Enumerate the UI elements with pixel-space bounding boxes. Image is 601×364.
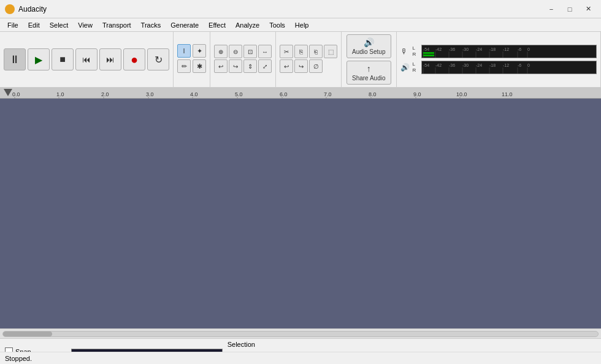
svg-text:-24: -24 xyxy=(476,63,482,67)
zoom-default-button[interactable]: ⤢ xyxy=(258,59,272,73)
svg-text:-30: -30 xyxy=(462,47,469,51)
menu-tools[interactable]: Tools xyxy=(264,20,290,30)
app-icon xyxy=(5,4,15,14)
svg-text:11.0: 11.0 xyxy=(502,91,513,97)
tools-toolbar: I ✦ ✏ ✱ xyxy=(174,32,210,87)
svg-text:10.0: 10.0 xyxy=(456,91,467,97)
svg-text:0.0: 0.0 xyxy=(12,91,20,97)
playback-l-label: L xyxy=(413,61,419,67)
svg-text:7.0: 7.0 xyxy=(324,91,332,97)
paste-button[interactable]: ⎗ xyxy=(309,45,323,58)
menu-edit[interactable]: Edit xyxy=(23,20,45,30)
pause-button[interactable]: ⏸ xyxy=(4,48,26,70)
rewind-button[interactable]: ⏮ xyxy=(75,48,98,70)
zoom-vertical-button[interactable]: ⇕ xyxy=(243,59,257,73)
svg-text:8.0: 8.0 xyxy=(369,91,377,97)
menu-file[interactable]: File xyxy=(2,20,23,30)
draw-tool-button[interactable]: ✏ xyxy=(177,59,191,73)
zoom-toolbar: ⊕ ⊖ ⊡ ↔ ↩ ↪ ⇕ ⤢ xyxy=(210,32,276,87)
svg-text:-36: -36 xyxy=(449,47,455,51)
audio-setup-label: Audio Setup xyxy=(352,48,386,55)
multitool-button[interactable]: ✱ xyxy=(193,59,206,73)
main-area xyxy=(0,99,601,328)
app-title: Audacity xyxy=(18,5,543,13)
share-audio-label: Share Audio xyxy=(352,75,386,82)
meters-area: 🎙 L R -54 -42 -36 -30 -24 -18 -12 -6 0 xyxy=(397,32,602,87)
selection-tool-button[interactable]: I xyxy=(177,44,191,58)
svg-rect-19 xyxy=(423,55,434,56)
svg-text:0: 0 xyxy=(527,47,530,51)
menu-bar: File Edit Select View Transport Tracks G… xyxy=(0,18,601,32)
svg-text:5.0: 5.0 xyxy=(235,91,243,97)
scrollbar-track[interactable] xyxy=(2,331,599,337)
playback-meter-icon: 🔊 xyxy=(400,63,410,72)
horizontal-scrollbar[interactable] xyxy=(0,328,601,338)
record-r-label: R xyxy=(413,51,419,58)
menu-help[interactable]: Help xyxy=(290,20,314,30)
silence-button[interactable]: ∅ xyxy=(309,59,323,73)
status-text-bar: Stopped. xyxy=(0,352,601,364)
envelope-tool-button[interactable]: ✦ xyxy=(193,44,206,58)
audio-setup-button[interactable]: 🔊 Audio Setup xyxy=(346,34,391,58)
title-bar: Audacity − □ ✕ xyxy=(0,0,601,18)
svg-text:-6: -6 xyxy=(518,63,521,67)
loop-button[interactable]: ↻ xyxy=(147,48,169,70)
playhead-indicator xyxy=(4,89,12,96)
svg-text:-12: -12 xyxy=(503,47,509,51)
svg-text:-36: -36 xyxy=(449,63,455,67)
track-area[interactable] xyxy=(0,99,601,328)
playback-r-label: R xyxy=(413,67,419,74)
menu-analyze[interactable]: Analyze xyxy=(231,20,264,30)
undo-zoom-button[interactable]: ↩ xyxy=(214,59,228,73)
menu-view[interactable]: View xyxy=(73,20,98,30)
transport-toolbar: ⏸ ▶ ■ ⏮ ⏭ ● ↻ xyxy=(0,32,174,87)
svg-text:4.0: 4.0 xyxy=(190,91,198,97)
svg-text:0: 0 xyxy=(527,63,530,67)
svg-text:-54: -54 xyxy=(423,47,429,51)
redo-zoom-button[interactable]: ↪ xyxy=(229,59,242,73)
zoom-out-button[interactable]: ⊖ xyxy=(229,45,242,58)
playback-meter-row: 🔊 L R -54 -42 -36 -30 -24 -18 -12 -6 0 xyxy=(400,61,597,74)
window-controls: − □ ✕ xyxy=(543,3,596,15)
svg-text:1.0: 1.0 xyxy=(56,91,64,97)
cut-button[interactable]: ✂ xyxy=(280,45,293,58)
share-audio-button[interactable]: ↑ Share Audio xyxy=(346,61,391,85)
record-button[interactable]: ● xyxy=(123,48,145,70)
svg-text:3.0: 3.0 xyxy=(146,91,154,97)
zoom-in-button[interactable]: ⊕ xyxy=(214,45,228,58)
stop-button[interactable]: ■ xyxy=(52,48,74,70)
copy-button[interactable]: ⎘ xyxy=(294,45,308,58)
minimize-button[interactable]: − xyxy=(543,3,559,15)
trim-button[interactable]: ⬚ xyxy=(324,45,337,58)
menu-generate[interactable]: Generate xyxy=(166,20,204,30)
zoom-fit-button[interactable]: ↔ xyxy=(258,45,272,58)
svg-text:-54: -54 xyxy=(423,63,429,67)
play-button[interactable]: ▶ xyxy=(28,48,50,70)
forward-button[interactable]: ⏭ xyxy=(99,48,121,70)
record-meter-icon: 🎙 xyxy=(400,47,410,56)
toolbar-area: ⏸ ▶ ■ ⏮ ⏭ ● ↻ I ✦ ✏ ✱ ⊕ ⊖ ⊡ ↔ ↩ ↪ ⇕ ⤢ xyxy=(0,32,601,88)
undo-button[interactable]: ↩ xyxy=(280,59,293,73)
timeline-ruler[interactable]: 0.0 1.0 2.0 3.0 4.0 5.0 6.0 7.0 8.0 9.0 … xyxy=(0,88,601,99)
menu-select[interactable]: Select xyxy=(45,20,74,30)
menu-effect[interactable]: Effect xyxy=(204,20,231,30)
playback-meter-bar[interactable]: -54 -42 -36 -30 -24 -18 -12 -6 0 xyxy=(421,61,597,74)
svg-text:-42: -42 xyxy=(435,47,442,51)
zoom-selection-button[interactable]: ⊡ xyxy=(243,45,257,58)
svg-text:6.0: 6.0 xyxy=(280,91,288,97)
svg-text:-30: -30 xyxy=(462,63,469,67)
scrollbar-thumb[interactable] xyxy=(3,332,52,336)
svg-text:-24: -24 xyxy=(476,47,482,51)
menu-tracks[interactable]: Tracks xyxy=(136,20,166,30)
maximize-button[interactable]: □ xyxy=(562,3,578,15)
svg-text:-18: -18 xyxy=(489,63,496,67)
audio-toolbar: 🔊 Audio Setup ↑ Share Audio xyxy=(342,32,397,87)
redo-button[interactable]: ↪ xyxy=(294,59,308,73)
share-audio-icon: ↑ xyxy=(367,64,371,74)
svg-text:9.0: 9.0 xyxy=(413,91,421,97)
close-button[interactable]: ✕ xyxy=(580,3,596,15)
svg-text:-42: -42 xyxy=(435,63,442,67)
edit-toolbar: ✂ ⎘ ⎗ ⬚ ↩ ↪ ∅ xyxy=(276,32,342,87)
menu-transport[interactable]: Transport xyxy=(98,20,136,30)
record-meter-bar[interactable]: -54 -42 -36 -30 -24 -18 -12 -6 0 xyxy=(421,45,597,58)
